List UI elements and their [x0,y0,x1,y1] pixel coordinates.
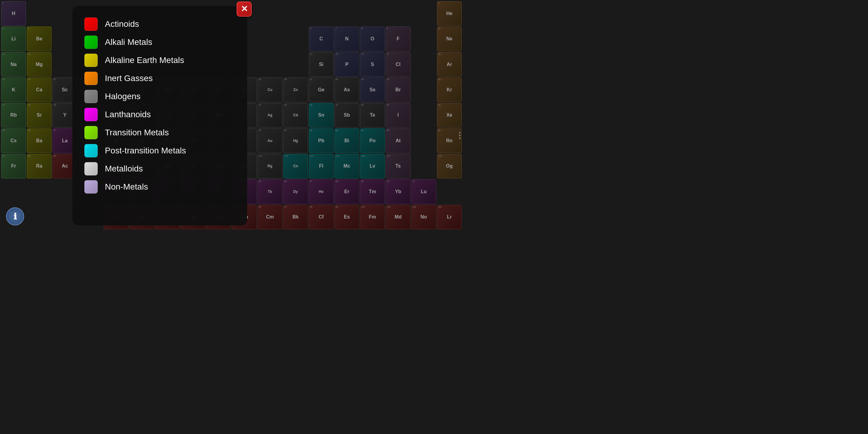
element-md[interactable]: 101Md [386,205,410,229]
element-p[interactable]: 15P [335,52,359,76]
element-tm[interactable]: 69Tm [360,179,385,204]
element-fl[interactable]: 114Fl [309,154,334,179]
element-c[interactable]: 6C [309,27,334,51]
element-tb[interactable]: 65Tb [258,179,282,204]
element-ca[interactable]: 20Ca [27,78,52,102]
legend-label-transition-metals: Transition Metals [105,128,169,137]
empty-cell [360,1,385,26]
element-as[interactable]: 33As [335,78,359,102]
element-bk[interactable]: 97Bk [283,205,308,229]
close-button[interactable]: ✕ [237,1,252,17]
element-cs[interactable]: 55Cs [1,128,26,153]
element-na[interactable]: 11Na [1,52,26,76]
color-swatch-alkali-metals [84,36,98,49]
element-cf[interactable]: 98Cf [309,205,334,229]
element-og[interactable]: 118Og [437,154,462,179]
element-bi[interactable]: 83Bi [335,128,359,153]
element-kr[interactable]: 36Kr [437,78,462,102]
empty-cell [411,103,436,127]
element-ho[interactable]: 67Ho [309,179,334,204]
element-o[interactable]: 8O [360,27,385,51]
dot [459,135,461,136]
element-he[interactable]: 2He [437,1,462,26]
element-li[interactable]: 3Li [1,27,26,51]
element-ar[interactable]: 18Ar [437,52,462,76]
element-sb[interactable]: 51Sb [335,103,359,127]
legend-item-actinoids[interactable]: Actinoids [84,15,235,33]
element-ag[interactable]: 47Ag [258,103,282,127]
element-se[interactable]: 34Se [360,78,385,102]
legend-item-transition-metals[interactable]: Transition Metals [84,124,235,142]
more-menu[interactable] [459,132,461,139]
legend-item-halogens[interactable]: Halogens [84,87,235,105]
element-fr[interactable]: 87Fr [1,154,26,179]
element-cm[interactable]: 96Cm [258,205,282,229]
element-es[interactable]: 99Es [335,205,359,229]
element-ba[interactable]: 56Ba [27,128,52,153]
element-ra[interactable]: 88Ra [27,154,52,179]
element-be[interactable]: 4Be [27,27,52,51]
empty-cell [411,78,436,102]
empty-cell [258,27,282,51]
legend-item-inert-gasses[interactable]: Inert Gasses [84,69,235,87]
element-hg[interactable]: 80Hg [283,128,308,153]
element-lu[interactable]: 71Lu [411,179,436,204]
element-xe[interactable]: 54Xe [437,103,462,127]
empty-cell [437,179,462,204]
element-rn[interactable]: 86Rn [437,128,462,153]
element-cd[interactable]: 48Cd [283,103,308,127]
element-n[interactable]: 7N [335,27,359,51]
info-button[interactable]: ℹ [6,207,24,225]
legend-label-metalloids: Metalloids [105,164,143,174]
empty-cell [411,154,436,179]
dot [459,137,461,139]
element-f[interactable]: 9F [386,27,410,51]
element-sn[interactable]: 50Sn [309,103,334,127]
empty-cell [283,1,308,26]
element-h[interactable]: 1H [1,1,26,26]
empty-cell [335,1,359,26]
element-at[interactable]: 85At [386,128,410,153]
element-zn[interactable]: 30Zn [283,78,308,102]
element-ts[interactable]: 117Ts [386,154,410,179]
element-lr[interactable]: 103Lr [437,205,462,229]
legend-items: ActinoidsAlkali MetalsAlkaline Earth Met… [84,15,235,196]
element-cl[interactable]: 17Cl [386,52,410,76]
element-br[interactable]: 35Br [386,78,410,102]
legend-item-non-metals[interactable]: Non-Metals [84,178,235,196]
element-ge[interactable]: 32Ge [309,78,334,102]
element-yb[interactable]: 70Yb [386,179,410,204]
element-pb[interactable]: 82Pb [309,128,334,153]
element-rg[interactable]: 111Rg [258,154,282,179]
legend-item-post-transition-metals[interactable]: Post-transition Metals [84,142,235,160]
element-cn[interactable]: 112Cn [283,154,308,179]
element-i[interactable]: 53I [386,103,410,127]
empty-cell [411,128,436,153]
element-po[interactable]: 84Po [360,128,385,153]
element-mc[interactable]: 115Mc [335,154,359,179]
element-mg[interactable]: 12Mg [27,52,52,76]
element-k[interactable]: 19K [1,78,26,102]
empty-cell [411,52,436,76]
legend-item-metalloids[interactable]: Metalloids [84,160,235,178]
element-lv[interactable]: 116Lv [360,154,385,179]
element-au[interactable]: 79Au [258,128,282,153]
legend-item-lanthanoids[interactable]: Lanthanoids [84,105,235,124]
element-si[interactable]: 14Si [309,52,334,76]
legend-label-lanthanoids: Lanthanoids [105,110,151,119]
element-rb[interactable]: 37Rb [1,103,26,127]
legend-item-alkaline-earth-metals[interactable]: Alkaline Earth Metals [84,51,235,69]
element-dy[interactable]: 66Dy [283,179,308,204]
element-er[interactable]: 68Er [335,179,359,204]
element-ne[interactable]: 10Ne [437,27,462,51]
empty-cell [386,1,410,26]
element-te[interactable]: 52Te [360,103,385,127]
legend-item-alkali-metals[interactable]: Alkali Metals [84,33,235,51]
element-s[interactable]: 16S [360,52,385,76]
element-fm[interactable]: 100Fm [360,205,385,229]
element-no[interactable]: 102No [411,205,436,229]
legend-label-inert-gasses: Inert Gasses [105,73,153,83]
element-sr[interactable]: 38Sr [27,103,52,127]
empty-cell [309,1,334,26]
element-cu[interactable]: 29Cu [258,78,282,102]
